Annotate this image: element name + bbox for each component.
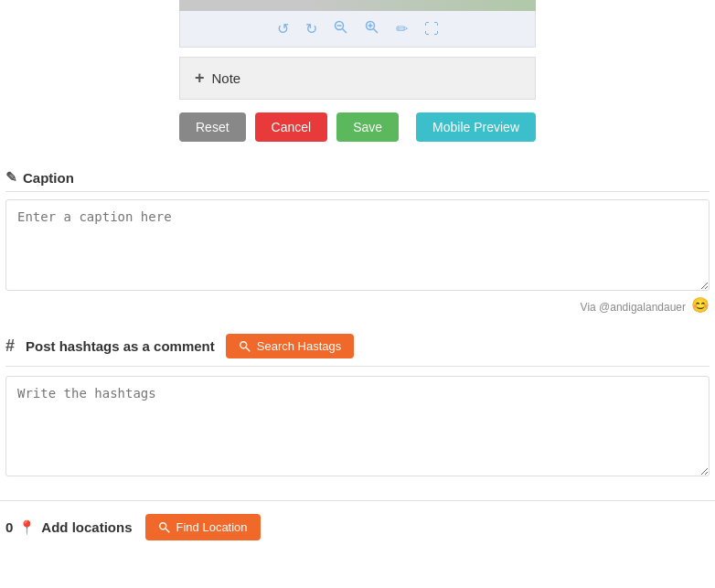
zoom-out-icon[interactable] (334, 20, 348, 37)
caption-edit-icon: ✎ (5, 169, 17, 186)
reset-button[interactable]: Reset (179, 112, 246, 142)
hashtag-label-row: # Post hashtags as a comment Search Hast… (5, 334, 710, 367)
add-locations-label: Add locations (41, 519, 132, 535)
hashtag-label: Post hashtags as a comment (26, 338, 215, 354)
location-label-row: 0 📍 Add locations (5, 519, 133, 536)
note-bar[interactable]: + Note (179, 57, 536, 100)
hashtags-textarea[interactable] (5, 376, 710, 476)
caption-label: Caption (23, 170, 74, 186)
find-location-label: Find Location (176, 520, 248, 534)
svg-line-10 (165, 529, 169, 532)
hashtag-section: # Post hashtags as a comment Search Hast… (0, 334, 715, 480)
search-hashtags-button[interactable]: Search Hastags (226, 334, 355, 358)
caption-label-row: ✎ Caption (5, 169, 710, 192)
fullscreen-icon[interactable]: ⛶ (424, 21, 439, 37)
edit-icon[interactable]: ✏ (396, 20, 408, 37)
caption-textarea[interactable] (5, 199, 710, 291)
search-hashtags-label: Search Hastags (257, 339, 342, 353)
location-section: 0 📍 Add locations Find Location (0, 500, 715, 540)
zoom-in-icon[interactable] (365, 20, 379, 37)
redo-icon[interactable]: ↻ (305, 20, 317, 37)
save-button[interactable]: Save (336, 112, 399, 142)
via-label: Via @andigalandauer (581, 301, 686, 314)
location-count: 0 (5, 519, 13, 535)
find-location-button[interactable]: Find Location (145, 514, 261, 540)
mobile-preview-button[interactable]: Mobile Preview (416, 112, 536, 142)
undo-icon[interactable]: ↺ (277, 20, 289, 37)
note-label: Note (212, 70, 241, 86)
note-plus-icon: + (195, 69, 205, 88)
search-hashtags-icon (239, 340, 251, 353)
svg-line-1 (342, 29, 347, 34)
svg-point-9 (159, 522, 165, 529)
find-location-search-icon (158, 521, 171, 534)
svg-line-8 (246, 347, 250, 351)
caption-section: ✎ Caption Via @andigalandauer 😊 (0, 169, 715, 314)
location-pin-icon: 📍 (18, 519, 36, 536)
emoji-icon[interactable]: 😊 (691, 296, 710, 314)
svg-point-7 (240, 341, 247, 347)
action-buttons-row: Reset Cancel Save Mobile Preview (179, 112, 536, 142)
cancel-button[interactable]: Cancel (255, 112, 328, 142)
svg-line-4 (373, 29, 378, 34)
hashtag-symbol-icon: # (5, 337, 15, 356)
image-toolbar: ↺ ↻ ✏ ⛶ (179, 11, 536, 48)
